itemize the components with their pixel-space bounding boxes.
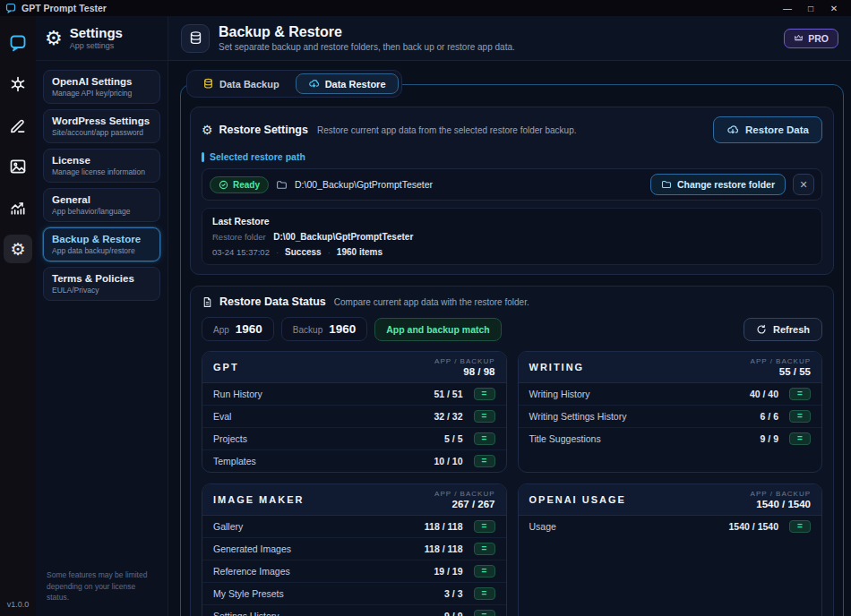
cloud-download-icon — [726, 124, 739, 136]
sidebar-item-wordpress-settings[interactable]: WordPress Settings Site/account/app pass… — [43, 109, 160, 143]
equal-badge: = — [474, 388, 495, 400]
row-label: Generated Images — [213, 543, 425, 554]
last-restore-folder-line: Restore folder D:\00_Backup\GptPromptTes… — [212, 232, 812, 242]
pro-label: PRO — [808, 33, 829, 44]
sidebar-item-desc: Manage license information — [52, 167, 151, 176]
last-restore-title: Last Restore — [212, 216, 812, 227]
card-header: WRITING APP / BACKUP 55 / 55 — [519, 352, 822, 383]
row-count: 9 / 9 — [444, 611, 462, 616]
sidebar-item-label: License — [52, 155, 151, 166]
gear-icon: ⚙ — [202, 124, 213, 136]
row-label: Templates — [213, 456, 434, 466]
sidebar-item-terms-policies[interactable]: Terms & Policies EULA/Privacy — [43, 267, 160, 301]
ready-label: Ready — [233, 180, 260, 190]
rail-item-gpt[interactable] — [4, 70, 32, 98]
table-row: My Style Presets3 / 3= — [202, 583, 506, 605]
equal-badge: = — [789, 410, 811, 423]
folder-icon — [276, 179, 288, 191]
gear-icon: ⚙ — [10, 241, 25, 258]
row-label: Eval — [213, 411, 434, 422]
row-label: Writing Settings History — [529, 411, 761, 422]
ready-status-badge: Ready — [210, 176, 269, 193]
sidebar-item-desc: Manage API key/pricing — [52, 89, 151, 98]
row-label: Title Suggestions — [529, 433, 761, 444]
rail-item-usage[interactable] — [4, 193, 32, 222]
row-count: 1540 / 1540 — [729, 521, 778, 532]
backup-count-value: 1960 — [329, 322, 356, 336]
database-icon — [188, 30, 203, 46]
restore-data-label: Restore Data — [745, 124, 809, 135]
cloud-download-icon — [308, 78, 320, 90]
image-icon — [9, 158, 27, 175]
backup-restore-tabs: Data Backup Data Restore — [186, 70, 402, 98]
table-row: Writing History40 / 40= — [519, 383, 822, 406]
last-restore-box: Last Restore Restore folder D:\00_Backup… — [202, 208, 822, 265]
app-count-label: App — [213, 325, 229, 335]
row-count: 40 / 40 — [750, 389, 778, 399]
window-title: GPT Prompt Tester — [21, 3, 107, 13]
status-summary-row: App 1960 Backup 1960 App and backup matc… — [202, 317, 822, 341]
maximize-button[interactable]: □ — [799, 1, 822, 15]
sidebar-item-license[interactable]: License Manage license information — [43, 149, 160, 183]
card-header: IMAGE MAKER APP / BACKUP 267 / 267 — [202, 484, 506, 516]
table-row: Usage1540 / 1540= — [519, 516, 822, 537]
rail-item-writing[interactable] — [4, 111, 32, 140]
table-row: Gallery118 / 118= — [202, 516, 506, 538]
sidebar-item-backup-restore[interactable]: Backup & Restore App data backup/restore — [43, 227, 160, 261]
equal-badge: = — [789, 432, 811, 445]
card-column-header: APP / BACKUP — [434, 490, 494, 498]
card-column-header: APP / BACKUP — [434, 357, 494, 365]
table-row: Writing Settings History6 / 6= — [519, 406, 822, 428]
minimize-button[interactable]: — — [776, 1, 799, 15]
sidebar-item-general[interactable]: General App behavior/language — [43, 188, 160, 222]
app-count-value: 1960 — [236, 322, 262, 336]
row-count: 51 / 51 — [434, 389, 462, 399]
page-header: Backup & Restore Set separate backup and… — [168, 16, 851, 61]
pro-badge[interactable]: PRO — [784, 29, 838, 48]
backup-count-chip: Backup 1960 — [281, 317, 367, 341]
separator-dot: · — [276, 247, 279, 257]
table-row: Templates10 / 10= — [202, 450, 506, 472]
equal-badge: = — [474, 565, 495, 578]
app-logo-icon — [9, 34, 27, 52]
content-area: Data Backup Data Restore ⚙ Restore Sett — [168, 61, 851, 616]
equal-badge: = — [474, 410, 495, 423]
status-title: Restore Data Status — [219, 295, 326, 308]
title-bar: GPT Prompt Tester — □ ✕ — [0, 0, 851, 16]
license-note: Some features may be limited depending o… — [36, 560, 168, 616]
restore-settings-header: ⚙ Restore Settings Restore current app d… — [202, 116, 822, 143]
database-icon — [202, 78, 214, 90]
card-total: 1540 / 1540 — [751, 499, 811, 509]
app-shell: ⚙ v1.0.0 ⚙ Settings App settings OpenAI … — [0, 16, 851, 616]
card-header: OPENAI USAGE APP / BACKUP 1540 / 1540 — [519, 484, 822, 516]
restore-settings-title: Restore Settings — [219, 124, 308, 136]
table-row: Eval32 / 32= — [202, 406, 506, 428]
tab-data-backup[interactable]: Data Backup — [190, 73, 292, 94]
close-icon: ✕ — [799, 179, 807, 191]
card-total: 267 / 267 — [434, 499, 494, 509]
folder-icon — [661, 179, 672, 190]
table-row: Generated Images118 / 118= — [202, 538, 506, 560]
card-rows: Gallery118 / 118=Generated Images118 / 1… — [202, 516, 506, 616]
refresh-button[interactable]: Refresh — [744, 318, 822, 341]
restore-data-button[interactable]: Restore Data — [713, 116, 822, 143]
card-column-header: APP / BACKUP — [751, 357, 811, 365]
card-name: WRITING — [529, 362, 585, 372]
clear-path-button[interactable]: ✕ — [793, 174, 814, 195]
change-restore-folder-button[interactable]: Change restore folder — [650, 174, 786, 195]
row-count: 118 / 118 — [425, 543, 463, 554]
rail-item-settings[interactable]: ⚙ — [4, 235, 32, 263]
restore-panel: ⚙ Restore Settings Restore current app d… — [180, 84, 844, 616]
tab-data-restore[interactable]: Data Restore — [296, 73, 399, 94]
rail-item-home[interactable] — [4, 29, 32, 57]
change-folder-label: Change restore folder — [677, 179, 775, 190]
close-button[interactable]: ✕ — [822, 1, 846, 15]
sidebar-item-openai-settings[interactable]: OpenAI Settings Manage API key/pricing — [43, 70, 160, 104]
sidebar-item-desc: Site/account/app password — [52, 128, 151, 137]
table-row: Run History51 / 51= — [202, 383, 506, 406]
equal-badge: = — [474, 455, 495, 467]
rail-item-image-maker[interactable] — [4, 152, 32, 181]
row-label: Gallery — [213, 521, 425, 532]
gear-icon: ⚙ — [45, 29, 63, 48]
status-header: Restore Data Status Compare current app … — [202, 295, 822, 308]
